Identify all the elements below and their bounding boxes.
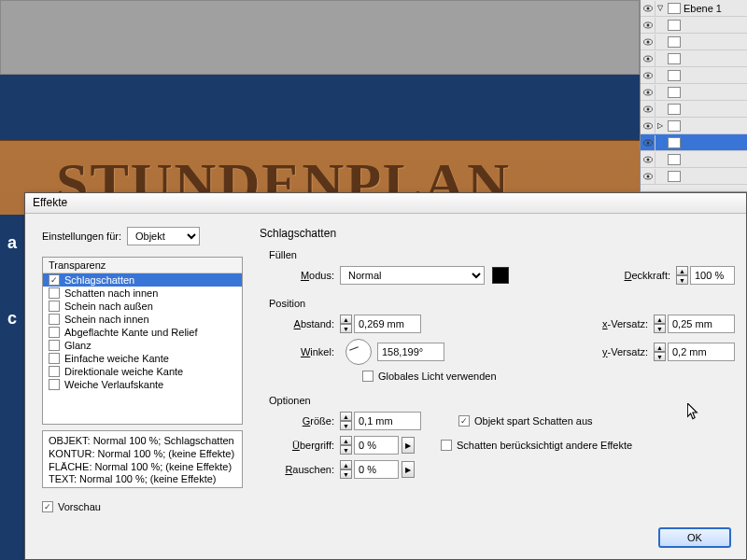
knockout-label: Objekt spart Schatten aus xyxy=(474,415,593,427)
effect-item[interactable]: Schein nach außen xyxy=(43,300,242,313)
size-label: Größe: xyxy=(276,415,334,427)
global-light-checkbox[interactable] xyxy=(362,371,374,382)
effect-item[interactable]: Weiche Verlaufskante xyxy=(43,378,242,391)
spread-input[interactable] xyxy=(354,436,399,455)
effect-checkbox[interactable] xyxy=(49,287,60,299)
effect-label: Schatten nach innen xyxy=(64,287,158,299)
effect-label: Schlagschatten xyxy=(64,274,134,286)
svg-point-13 xyxy=(646,107,649,110)
layer-row[interactable] xyxy=(641,67,747,84)
effect-checkbox[interactable] xyxy=(49,340,60,351)
opacity-input[interactable] xyxy=(690,266,735,285)
global-light-label: Globales Licht verwenden xyxy=(378,371,497,382)
effect-item[interactable]: Schein nach innen xyxy=(43,313,242,326)
shadow-color-swatch[interactable] xyxy=(492,267,509,284)
effect-item[interactable]: Direktionale weiche Kante xyxy=(43,365,242,378)
effect-label: Glanz xyxy=(64,340,92,351)
effect-item[interactable]: Abgeflachte Kante und Relief xyxy=(43,326,242,339)
fill-group-title: Füllen xyxy=(269,249,735,260)
spread-label: Übergriff: xyxy=(276,440,334,451)
distance-input[interactable] xyxy=(354,315,421,333)
visibility-icon[interactable] xyxy=(641,18,655,33)
visibility-icon[interactable] xyxy=(641,135,655,150)
svg-point-19 xyxy=(646,158,649,161)
preview-checkbox[interactable] xyxy=(42,501,53,512)
effect-item[interactable]: Schlagschatten xyxy=(43,273,242,287)
visibility-icon[interactable] xyxy=(641,119,655,133)
effects-list[interactable]: Transparenz SchlagschattenSchatten nach … xyxy=(42,257,243,425)
noise-flyout[interactable]: ▶ xyxy=(402,461,415,478)
xoffset-input[interactable] xyxy=(668,315,735,333)
layer-row[interactable] xyxy=(641,101,747,118)
angle-label: Winkel: xyxy=(276,346,334,357)
side-strip: a c xyxy=(0,215,24,560)
spread-flyout[interactable]: ▶ xyxy=(402,437,415,454)
svg-point-15 xyxy=(646,124,649,127)
svg-point-11 xyxy=(646,91,649,93)
mode-select[interactable]: Normal xyxy=(340,266,485,285)
effect-checkbox[interactable] xyxy=(49,353,60,364)
angle-input[interactable] xyxy=(377,343,444,361)
effect-label: Direktionale weiche Kante xyxy=(64,366,183,377)
opacity-up[interactable]: ▲ xyxy=(676,266,688,275)
list-header: Transparenz xyxy=(43,258,242,273)
opacity-label: Deckkraft: xyxy=(624,270,670,281)
settings-for-label: Einstellungen für: xyxy=(42,231,121,242)
effect-checkbox[interactable] xyxy=(49,314,60,325)
distance-label: Abstand: xyxy=(276,318,334,329)
visibility-icon[interactable] xyxy=(641,152,655,167)
effect-checkbox[interactable] xyxy=(49,327,60,338)
layer-row[interactable] xyxy=(641,17,747,34)
layer-row[interactable] xyxy=(641,34,747,50)
visibility-icon[interactable] xyxy=(641,102,655,117)
effect-item[interactable]: Einfache weiche Kante xyxy=(43,352,242,365)
layer-row[interactable] xyxy=(641,50,747,67)
honors-checkbox[interactable] xyxy=(441,440,452,451)
layer-row[interactable] xyxy=(641,168,747,185)
svg-point-7 xyxy=(646,57,649,60)
effect-checkbox[interactable] xyxy=(49,379,60,390)
effect-checkbox[interactable] xyxy=(49,366,60,377)
visibility-icon[interactable] xyxy=(641,1,655,16)
visibility-icon[interactable] xyxy=(641,68,655,83)
opacity-down[interactable]: ▼ xyxy=(676,275,688,285)
settings-for-select[interactable]: Objekt xyxy=(127,227,200,245)
visibility-icon[interactable] xyxy=(641,35,655,49)
effect-item[interactable]: Schatten nach innen xyxy=(43,287,242,300)
effect-checkbox[interactable] xyxy=(49,274,60,286)
effect-label: Weiche Verlaufskante xyxy=(64,379,163,390)
layer-row[interactable]: ▽Ebene 1 xyxy=(641,0,747,17)
xoffset-label: x-Versatz: xyxy=(602,318,648,329)
layer-name: Ebene 1 xyxy=(684,3,722,14)
svg-point-5 xyxy=(646,40,649,43)
yoffset-label: y-Versatz: xyxy=(602,346,648,357)
noise-input[interactable] xyxy=(354,460,399,479)
ok-button[interactable]: OK xyxy=(658,527,731,548)
layer-row[interactable] xyxy=(641,151,747,168)
layers-panel[interactable]: ▽Ebene 1▷ xyxy=(640,0,747,191)
svg-point-1 xyxy=(646,7,649,9)
yoffset-input[interactable] xyxy=(668,343,735,361)
effect-label: Schein nach außen xyxy=(64,301,153,312)
svg-point-21 xyxy=(646,175,649,177)
position-group-title: Position xyxy=(269,298,735,309)
layer-row[interactable]: ▷ xyxy=(641,118,747,134)
size-input[interactable] xyxy=(354,412,421,430)
layer-row[interactable] xyxy=(641,134,747,151)
layer-row[interactable] xyxy=(641,84,747,101)
options-group-title: Optionen xyxy=(269,395,735,406)
mode-label: Modus: xyxy=(276,270,334,281)
svg-point-17 xyxy=(646,141,649,144)
visibility-icon[interactable] xyxy=(641,51,655,66)
effect-item[interactable]: Glanz xyxy=(43,339,242,352)
effect-checkbox[interactable] xyxy=(49,301,60,312)
svg-point-3 xyxy=(646,23,649,26)
dialog-title: Effekte xyxy=(25,193,746,214)
noise-label: Rauschen: xyxy=(276,464,334,475)
svg-point-9 xyxy=(646,74,649,77)
visibility-icon[interactable] xyxy=(641,169,655,184)
angle-dial[interactable] xyxy=(345,339,372,365)
section-title: Schlagschatten xyxy=(260,227,735,240)
knockout-checkbox[interactable] xyxy=(458,415,470,427)
visibility-icon[interactable] xyxy=(641,85,655,100)
